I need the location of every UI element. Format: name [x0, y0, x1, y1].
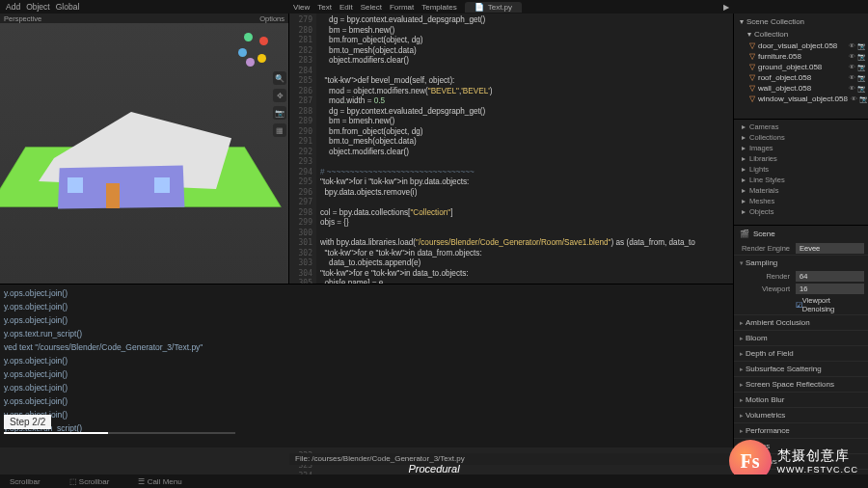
- datablock-item[interactable]: ▸Cameras: [736, 122, 866, 132]
- eye-icon[interactable]: 👁: [849, 53, 855, 61]
- viewport-samples-input[interactable]: 16: [796, 284, 864, 294]
- door-mesh: [106, 183, 120, 208]
- procedural-caption: Procedural: [408, 463, 459, 474]
- outliner-item[interactable]: ▽roof_object.058👁📷: [736, 72, 866, 83]
- render-samples-label: Render: [738, 272, 796, 281]
- eye-icon[interactable]: 👁: [849, 42, 855, 50]
- console-line: ved text "/courses/Blender/Code_Generato…: [4, 340, 729, 354]
- datablock-item[interactable]: ▸Objects: [736, 206, 866, 217]
- scene-icon: 🎬: [740, 230, 749, 238]
- console-line: y.ops.object.join(): [4, 408, 729, 421]
- grid-icon[interactable]: ▦: [273, 123, 286, 137]
- line-gutter: 2792802812822832842852862872882892902912…: [289, 14, 316, 284]
- outliner-item[interactable]: ▽furniture.058👁📷: [736, 51, 866, 62]
- eye-icon[interactable]: 👁: [849, 85, 855, 93]
- datablock-item[interactable]: ▸Meshes: [736, 196, 866, 206]
- gizmo-neg-icon[interactable]: [246, 58, 255, 67]
- viewport-denoising-checkbox[interactable]: Viewport Denoising: [802, 296, 864, 313]
- data-panel[interactable]: ▸Cameras▸Collections▸Images▸Libraries▸Li…: [734, 120, 868, 219]
- console-line: y.ops.object.join(): [4, 381, 729, 394]
- console-line: y.ops.object.join(): [4, 354, 729, 367]
- render-samples-input[interactable]: 64: [796, 271, 864, 282]
- scene-collection-label: Scene Collection: [746, 17, 804, 26]
- text-menu[interactable]: Text: [317, 3, 332, 12]
- mesh-icon: ▽: [749, 84, 755, 93]
- transform-orientation[interactable]: Global: [56, 2, 80, 12]
- property-section[interactable]: Volumetrics: [734, 407, 868, 422]
- mesh-icon: ▽: [749, 63, 755, 71]
- watermark-text: 梵摄创意库: [777, 447, 859, 465]
- eye-icon[interactable]: 👁: [851, 95, 857, 103]
- file-icon: 📄: [475, 3, 484, 12]
- property-section[interactable]: Motion Blur: [734, 392, 868, 407]
- status-bar: Scrollbar ⬚ Scrollbar ☰ Call Menu: [0, 474, 868, 488]
- property-section[interactable]: Ambient Occlusion: [734, 314, 868, 330]
- datablock-item[interactable]: ▸Line Styles: [736, 175, 866, 185]
- outliner[interactable]: ▾Scene Collection ▾Collection ▽door_visu…: [734, 14, 868, 120]
- text-editor-header: View Text Edit Select Format Templates 📄…: [289, 0, 733, 14]
- mesh-icon: ▽: [749, 95, 755, 103]
- move-icon[interactable]: ✥: [273, 89, 286, 102]
- run-script-icon[interactable]: ▶: [723, 3, 729, 12]
- property-section[interactable]: Screen Space Reflections: [734, 376, 868, 392]
- watermark-url: WWW.FSTVC.CC: [777, 465, 859, 474]
- templates-menu[interactable]: Templates: [421, 3, 456, 12]
- datablock-item[interactable]: ▸Images: [736, 143, 866, 153]
- property-section[interactable]: Performance: [734, 422, 868, 438]
- viewport-samples-label: Viewport: [738, 285, 796, 293]
- render-icon[interactable]: 📷: [857, 53, 866, 61]
- 3d-viewport[interactable]: Perspective Options ection | furniture.0…: [0, 14, 289, 284]
- gizmo-y-icon[interactable]: [244, 33, 253, 41]
- collection-icon: ▾: [747, 30, 751, 39]
- outliner-item[interactable]: ▽window_visual_object.058👁📷: [736, 94, 866, 104]
- options-button[interactable]: Options: [259, 14, 285, 23]
- render-icon[interactable]: 📷: [857, 74, 866, 82]
- mesh-icon: ▽: [749, 52, 755, 61]
- edit-menu[interactable]: Edit: [339, 3, 353, 12]
- eye-icon[interactable]: 👁: [849, 64, 855, 71]
- window-mesh: [68, 177, 83, 193]
- gizmo-x-icon[interactable]: [259, 37, 268, 45]
- render-icon[interactable]: 📷: [857, 85, 866, 93]
- datablock-item[interactable]: ▸Libraries: [736, 153, 866, 164]
- window-mesh: [154, 177, 170, 193]
- console-line: y.ops.object.join(): [4, 394, 729, 408]
- console-line: y.ops.object.join(): [4, 313, 729, 327]
- eye-icon[interactable]: 👁: [849, 74, 855, 82]
- python-console[interactable]: y.ops.object.join()y.ops.object.join()y.…: [0, 284, 733, 447]
- script-tab[interactable]: 📄 Text.py: [465, 2, 522, 13]
- datablock-item[interactable]: ▸Lights: [736, 164, 866, 175]
- gizmo-neg-icon[interactable]: [258, 54, 266, 63]
- scene-name[interactable]: Scene: [753, 230, 775, 238]
- outliner-item[interactable]: ▽ground_object.058👁📷: [736, 62, 866, 72]
- render-icon[interactable]: 📷: [859, 95, 868, 103]
- collection-label[interactable]: Collection: [754, 30, 788, 39]
- datablock-item[interactable]: ▸Collections: [736, 132, 866, 143]
- menu-add[interactable]: Add: [6, 2, 20, 12]
- property-section[interactable]: Bloom: [734, 330, 868, 345]
- console-line: y.ops.text.run_script(): [4, 327, 729, 340]
- scene-collection-icon: ▾: [740, 17, 744, 26]
- progress-bar: [4, 432, 235, 434]
- render-icon[interactable]: 📷: [857, 64, 866, 71]
- property-section[interactable]: Subsurface Scattering: [734, 361, 868, 376]
- datablock-item[interactable]: ▸Materials: [736, 185, 866, 196]
- script-tab-label: Text.py: [488, 3, 512, 12]
- outliner-item[interactable]: ▽door_visual_object.058👁📷: [736, 41, 866, 51]
- menu-object[interactable]: Object: [26, 2, 50, 12]
- nav-gizmo[interactable]: [238, 33, 273, 68]
- viewport-perspective: Perspective: [4, 14, 41, 23]
- outliner-item[interactable]: ▽wall_object.058👁📷: [736, 83, 866, 94]
- render-icon[interactable]: 📷: [857, 42, 866, 50]
- camera-icon[interactable]: 📷: [273, 106, 286, 120]
- console-line: y.ops.object.join(): [4, 367, 729, 381]
- zoom-icon[interactable]: 🔍: [273, 71, 286, 85]
- gizmo-z-icon[interactable]: [238, 48, 247, 57]
- render-engine-select[interactable]: Eevee: [796, 243, 864, 254]
- format-menu[interactable]: Format: [390, 3, 414, 12]
- view-menu[interactable]: View: [293, 3, 310, 12]
- property-section[interactable]: Depth of Field: [734, 345, 868, 361]
- select-menu[interactable]: Select: [361, 3, 382, 12]
- sampling-section[interactable]: Sampling: [734, 255, 868, 270]
- console-line: y.ops.object.join(): [4, 286, 729, 300]
